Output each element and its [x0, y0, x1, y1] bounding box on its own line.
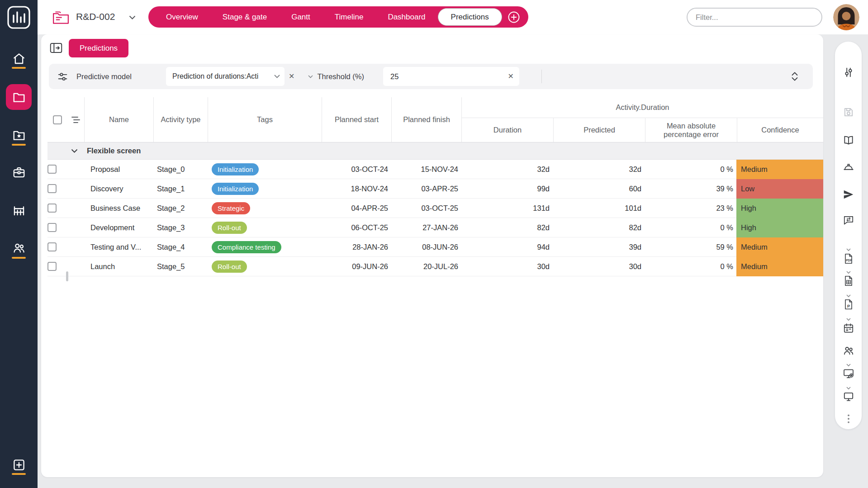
chevron-down-icon[interactable]: [71, 149, 78, 153]
column-header-predicted[interactable]: Predicted: [553, 118, 645, 142]
row-checkbox[interactable]: [47, 204, 57, 213]
chevron-down-icon[interactable]: [129, 15, 136, 19]
chevron-down-icon[interactable]: [846, 317, 851, 322]
documentation-book-icon[interactable]: [843, 134, 854, 146]
collapse-filter-bar-button[interactable]: [791, 71, 798, 81]
chat-exchange-icon[interactable]: [843, 214, 854, 226]
collapse-sidebar-button[interactable]: [50, 42, 63, 54]
tab[interactable]: Stage & gate: [210, 6, 279, 28]
table-row[interactable]: Testing and V... Stage_4 Compliance test…: [47, 237, 823, 257]
column-header-planned-start[interactable]: Planned start: [322, 97, 391, 142]
cell-du ration: 99d: [461, 179, 553, 198]
hierarchy-toggle[interactable]: [67, 97, 84, 142]
scrollbar-thumb[interactable]: [66, 271, 68, 281]
row-indent: [67, 199, 84, 218]
cell-planned-start: 03-OCT-24: [322, 160, 391, 179]
clear-model-button[interactable]: ✕: [289, 73, 294, 80]
export-excel-icon[interactable]: [843, 275, 854, 287]
more-options-icon[interactable]: [843, 413, 854, 425]
chevron-down-small-icon[interactable]: [308, 75, 313, 78]
send-icon[interactable]: [843, 189, 854, 200]
row-checkbox[interactable]: [47, 223, 57, 232]
nav-portfolio[interactable]: [0, 128, 38, 142]
nav-projects[interactable]: [6, 84, 32, 110]
tab[interactable]: Overview: [154, 6, 210, 28]
table-row[interactable]: Launch Stage_5 Roll-out 09-JUN-26 20-JUL…: [47, 257, 823, 276]
global-filter-input[interactable]: [687, 8, 822, 27]
cell-predicted: 39d: [553, 237, 645, 256]
cell-mape: 0 %: [645, 257, 736, 276]
save-icon[interactable]: [843, 106, 854, 118]
cell-predicted: 101d: [553, 199, 645, 218]
user-avatar[interactable]: [833, 4, 859, 30]
hard-hat-icon[interactable]: [843, 162, 854, 174]
column-header-mape[interactable]: Mean absolute percentage error: [645, 118, 737, 142]
project-name: R&D-002: [76, 11, 115, 22]
screen-icon[interactable]: [843, 391, 854, 403]
row-checkbox[interactable]: [47, 184, 57, 193]
column-header-tags[interactable]: Tags: [208, 97, 322, 142]
group-row-label: Flexible screen: [87, 147, 141, 155]
chevron-down-icon[interactable]: [846, 363, 851, 367]
table-row[interactable]: Development Stage_3 Roll-out 06-OCT-25 2…: [47, 218, 823, 237]
nav-resources[interactable]: [0, 241, 38, 255]
tag-pill: Roll-out: [212, 261, 247, 273]
project-folder-icon: [52, 10, 69, 24]
tab[interactable]: Timeline: [323, 6, 376, 28]
tab[interactable]: Dashboard: [375, 6, 437, 28]
table-row[interactable]: Proposal Stage_0 Initialization 03-OCT-2…: [47, 160, 823, 179]
chevron-down-icon[interactable]: [846, 386, 851, 390]
column-header-confidence[interactable]: Confidence: [737, 118, 823, 142]
app-logo[interactable]: [0, 5, 38, 29]
tag-pill: Initialization: [212, 163, 259, 175]
table-row[interactable]: Business Case Stage_2 Strategic 04-APR-2…: [47, 199, 823, 218]
column-header-planned-finish[interactable]: Planned finish: [391, 97, 461, 142]
right-toolbar: PDF P: [835, 42, 862, 429]
row-checkbox[interactable]: [47, 242, 57, 251]
column-header-name[interactable]: Name: [84, 97, 153, 142]
column-label: Activity type: [161, 115, 200, 124]
team-icon[interactable]: [843, 345, 854, 356]
row-checkbox[interactable]: [47, 165, 57, 174]
tune-icon[interactable]: [57, 71, 68, 82]
select-all-checkbox[interactable]: [53, 115, 62, 124]
row-checkbox[interactable]: [47, 262, 57, 271]
chevron-down-icon[interactable]: [846, 294, 851, 298]
cell-predicted: 32d: [553, 160, 645, 179]
threshold-input[interactable]: [383, 67, 519, 86]
predictive-model-select[interactable]: Prediction of durations:Acti: [166, 67, 285, 86]
nav-stage-gate[interactable]: [0, 204, 38, 217]
tab-label: Overview: [166, 13, 198, 22]
cell-activity-type: Stage_0: [153, 160, 208, 179]
screen-settings-icon[interactable]: [843, 368, 854, 379]
export-pdf-icon[interactable]: PDF: [843, 253, 854, 265]
clear-threshold-button[interactable]: ✕: [508, 73, 514, 80]
top-bar: R&D-002 Overview Stage & gate Gantt Time…: [38, 0, 868, 34]
predictions-view-button[interactable]: Predictions: [69, 39, 128, 57]
project-switcher[interactable]: [52, 10, 69, 24]
tab[interactable]: Predictions: [438, 8, 502, 26]
column-label: Mean absolute percentage error: [664, 122, 719, 139]
prediction-filter-bar: Predictive model Prediction of durations…: [49, 64, 813, 89]
column-header-duration[interactable]: Duration: [462, 118, 553, 142]
active-indicator: [12, 67, 26, 69]
nav-add-project[interactable]: [0, 458, 38, 472]
tag-pill: Compliance testing: [212, 241, 281, 253]
cell-name: Development: [84, 218, 153, 237]
nav-home[interactable]: [0, 52, 38, 66]
nav-toolbox[interactable]: [0, 166, 38, 179]
export-powerpoint-icon[interactable]: P: [843, 298, 854, 310]
chevron-down-icon[interactable]: [846, 248, 851, 252]
group-row-flexible-screen[interactable]: Flexible screen: [47, 142, 823, 160]
tab[interactable]: Gantt: [279, 6, 323, 28]
add-tab-button[interactable]: [508, 11, 520, 24]
cell-planned-finish: 15-NOV-24: [391, 160, 461, 179]
chevron-down-icon[interactable]: [846, 270, 851, 275]
cell-mape: 39 %: [645, 179, 736, 198]
calendar-icon[interactable]: [843, 322, 854, 334]
column-header-activity-type[interactable]: Activity type: [153, 97, 208, 142]
toolbox-icon: [12, 166, 26, 179]
table-row[interactable]: Discovery Stage_1 Initialization 18-NOV-…: [47, 179, 823, 199]
plus-square-icon: [12, 458, 26, 472]
adjust-columns-icon[interactable]: [843, 66, 854, 78]
